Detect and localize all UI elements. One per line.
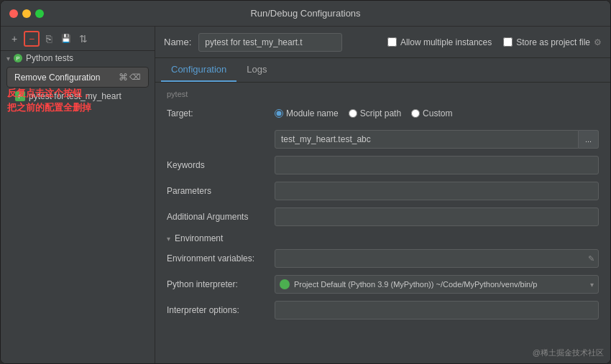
keywords-label: Keywords <box>167 160 275 170</box>
gear-icon[interactable]: ⚙ <box>594 37 602 47</box>
sidebar: + − ⎘ 💾 ⇅ ▾ <box>1 27 155 363</box>
add-button[interactable]: + <box>6 31 22 47</box>
context-menu: Remove Configuration ⌘ ⌫ <box>6 67 149 88</box>
custom-option[interactable]: Custom <box>411 108 452 118</box>
script-path-option[interactable]: Script path <box>349 108 401 118</box>
copy-button[interactable]: ⎘ <box>41 31 57 47</box>
window-title: Run/Debug Configurations <box>250 8 360 19</box>
group-label: Python tests <box>26 53 73 63</box>
env-vars-label: Environment variables: <box>167 253 275 263</box>
right-panel: Name: Allow multiple instances Store as … <box>155 27 610 363</box>
browse-button[interactable]: ... <box>579 130 599 149</box>
target-row: Target: Module name Script path Custo <box>167 104 599 123</box>
maximize-button[interactable] <box>35 9 44 18</box>
shortcut-key: ⌫ <box>129 73 141 82</box>
env-edit-icon[interactable]: ✎ <box>588 254 594 263</box>
watermark: @稀土掘金技术社区 <box>533 347 604 358</box>
name-label: Name: <box>164 37 191 47</box>
module-name-radio[interactable] <box>275 109 283 118</box>
environment-section: ▾ Environment <box>167 233 599 243</box>
env-var-area[interactable]: ✎ <box>275 249 599 268</box>
parameters-input[interactable] <box>275 182 599 200</box>
script-path-radio[interactable] <box>349 109 357 118</box>
environment-label: Environment <box>175 233 223 243</box>
tab-configuration[interactable]: Configuration <box>161 58 236 82</box>
interpreter-row: Python interpreter: Project Default (Pyt… <box>167 275 599 294</box>
allow-multiple-label: Allow multiple instances <box>400 37 492 47</box>
interpreter-options-row: Interpreter options: <box>167 301 599 319</box>
module-name-label: Module name <box>286 108 339 118</box>
custom-label: Custom <box>423 108 452 118</box>
name-bar: Name: Allow multiple instances Store as … <box>155 27 610 58</box>
name-input[interactable] <box>198 33 342 52</box>
module-name-option[interactable]: Module name <box>275 108 339 118</box>
python-tests-icon: P <box>13 53 23 63</box>
target-value-input[interactable] <box>275 130 579 149</box>
tab-logs[interactable]: Logs <box>236 58 277 82</box>
config-panel: pytest Target: Module name Script path <box>155 83 610 363</box>
custom-radio[interactable] <box>411 109 420 118</box>
interpreter-dropdown-icon: ▾ <box>590 281 594 289</box>
remove-configuration-item[interactable]: Remove Configuration ⌘ ⌫ <box>7 69 148 85</box>
annotation-line2: 把之前的配置全删掉 <box>7 101 93 115</box>
parameters-label: Parameters <box>167 186 275 196</box>
allow-multiple-group: Allow multiple instances <box>387 37 492 47</box>
move-button[interactable]: ⇅ <box>75 31 91 47</box>
close-button[interactable] <box>9 9 18 18</box>
minimize-button[interactable] <box>22 9 31 18</box>
remove-configuration-label: Remove Configuration <box>14 73 100 83</box>
allow-multiple-checkbox[interactable] <box>387 37 397 47</box>
keywords-input[interactable] <box>275 156 599 174</box>
interpreter-label: Python interpreter: <box>167 279 275 289</box>
save-button[interactable]: 💾 <box>58 31 74 47</box>
target-radio-group: Module name Script path Custom <box>275 108 452 118</box>
additional-args-row: Additional Arguments <box>167 207 599 226</box>
svg-text:P: P <box>16 55 19 62</box>
interpreter-select[interactable]: Project Default (Python 3.9 (MyPython)) … <box>275 275 599 294</box>
remove-button[interactable]: − <box>24 31 40 47</box>
group-chevron-icon: ▾ <box>6 55 10 62</box>
target-label: Target: <box>167 108 275 118</box>
interpreter-options-label: Interpreter options: <box>167 305 275 315</box>
main-content: + − ⎘ 💾 ⇅ ▾ <box>1 27 610 363</box>
env-chevron-icon[interactable]: ▾ <box>167 235 170 243</box>
additional-args-input[interactable] <box>275 207 599 226</box>
target-value-row: ... <box>167 130 599 149</box>
env-vars-row: Environment variables: ✎ <box>167 249 599 268</box>
target-input-group: ... <box>275 130 599 149</box>
keywords-row: Keywords <box>167 156 599 174</box>
main-window: Run/Debug Configurations + − ⎘ 💾 ⇅ <box>0 0 611 364</box>
section-pytest-label: pytest <box>167 90 599 98</box>
title-bar: Run/Debug Configurations <box>1 1 610 27</box>
cmd-symbol: ⌘ <box>119 72 128 83</box>
store-project-label: Store as project file <box>516 37 590 47</box>
additional-args-label: Additional Arguments <box>167 212 275 222</box>
annotation-line1: 反复点击这个按钮， <box>7 86 93 101</box>
sidebar-toolbar: + − ⎘ 💾 ⇅ <box>1 27 155 51</box>
python-icon <box>280 279 290 289</box>
store-project-group: Store as project file ⚙ <box>503 37 602 47</box>
traffic-lights <box>9 9 44 18</box>
sidebar-group-header[interactable]: ▾ P Python tests <box>1 51 155 65</box>
interpreter-text: Project Default (Python 3.9 (MyPython)) … <box>294 280 586 289</box>
annotation-text: 反复点击这个按钮， 把之前的配置全删掉 <box>7 86 93 114</box>
name-options: Allow multiple instances Store as projec… <box>387 37 602 47</box>
store-project-checkbox[interactable] <box>503 37 513 47</box>
parameters-row: Parameters <box>167 182 599 200</box>
shortcut-display: ⌘ ⌫ <box>119 72 141 83</box>
script-path-label: Script path <box>360 108 401 118</box>
interpreter-options-input[interactable] <box>275 301 599 319</box>
tabs: Configuration Logs <box>155 58 610 83</box>
